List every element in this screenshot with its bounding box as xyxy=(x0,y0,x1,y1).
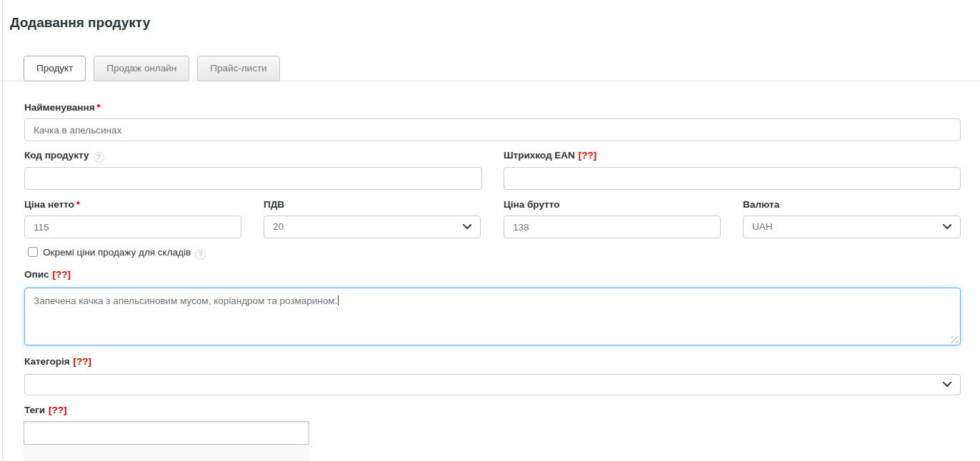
text-caret xyxy=(338,295,339,305)
required-asterisk: * xyxy=(76,199,80,210)
vat-label: ПДВ xyxy=(264,199,284,210)
resize-handle[interactable] xyxy=(951,336,959,343)
help-icon[interactable]: ? xyxy=(195,249,206,260)
page-title: Додавання продукту xyxy=(10,14,150,31)
category-select[interactable] xyxy=(24,374,961,395)
tab-product[interactable]: Продукт xyxy=(24,56,86,81)
net-price-label: Ціна нетто* xyxy=(24,199,80,210)
vat-selected-value: 20 xyxy=(273,221,284,232)
description-textarea[interactable]: Запечена качка з апельсиновим мусом, кор… xyxy=(24,288,961,345)
tags-input[interactable] xyxy=(24,421,309,445)
tab-price-lists[interactable]: Прайс-листи xyxy=(197,56,279,81)
chevron-down-icon xyxy=(943,224,951,230)
gross-price-input[interactable] xyxy=(504,216,721,238)
description-hint: [??] xyxy=(52,269,70,280)
gross-price-label: Ціна брутто xyxy=(504,199,559,210)
name-input[interactable] xyxy=(24,118,961,141)
category-label: Категорія[??] xyxy=(24,356,91,367)
required-asterisk: * xyxy=(97,102,101,113)
ean-input[interactable] xyxy=(504,167,961,190)
warehouse-prices-label[interactable]: Окремі ціни продажу для складів? xyxy=(43,247,206,260)
tab-bar: Продукт Продаж онлайн Прайс-листи xyxy=(24,56,288,81)
currency-select[interactable]: UAH xyxy=(743,216,961,238)
chevron-down-icon xyxy=(463,224,471,230)
tags-hint: [??] xyxy=(49,405,66,415)
vat-select[interactable]: 20 xyxy=(264,216,481,238)
name-label: Найменування* xyxy=(24,102,101,113)
description-text: Запечена качка з апельсиновим мусом, кор… xyxy=(34,295,337,306)
product-code-label: Код продукту? xyxy=(24,150,104,163)
tab-online-sale[interactable]: Продаж онлайн xyxy=(94,56,189,81)
tags-widget-area xyxy=(24,445,309,461)
currency-label: Валюта xyxy=(743,199,779,210)
product-code-input[interactable] xyxy=(24,167,482,190)
description-label: Опис[??] xyxy=(24,269,71,280)
warehouse-prices-checkbox[interactable] xyxy=(28,247,38,257)
panel-left-border xyxy=(2,0,3,461)
category-hint: [??] xyxy=(74,356,91,367)
ean-hint: [??] xyxy=(579,150,596,161)
ean-label: Штрихкод EAN[??] xyxy=(504,150,596,161)
help-icon[interactable]: ? xyxy=(94,152,104,163)
net-price-input[interactable] xyxy=(24,216,241,238)
currency-selected-value: UAH xyxy=(752,221,773,232)
tags-label: Теги[??] xyxy=(24,405,67,415)
chevron-down-icon xyxy=(943,382,951,387)
